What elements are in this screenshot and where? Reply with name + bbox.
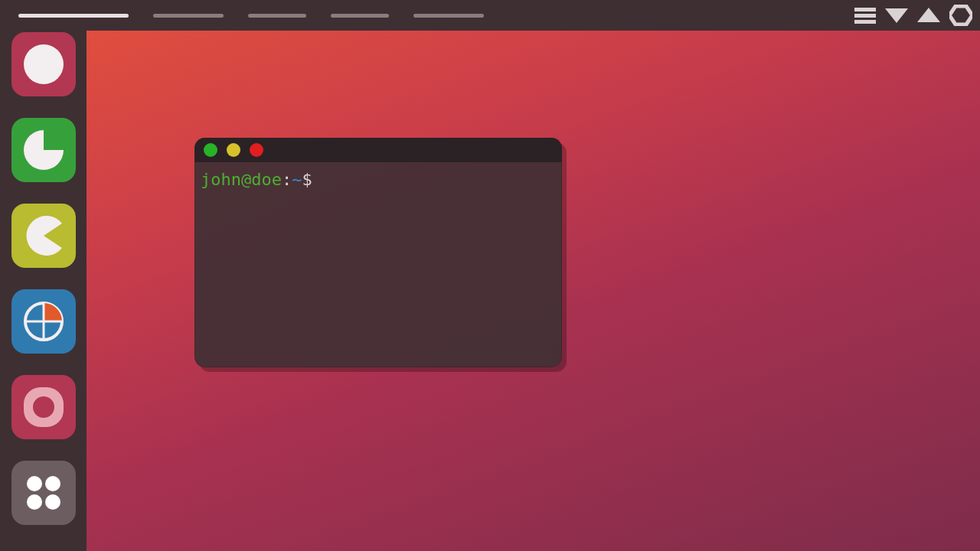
- svg-marker-5: [949, 6, 972, 24]
- triangle-down-icon[interactable]: [885, 6, 908, 24]
- prompt-sep: :: [282, 170, 292, 189]
- svg-point-15: [45, 494, 60, 510]
- prompt-user: john@doe: [201, 170, 282, 189]
- prompt-path: ~: [292, 170, 302, 189]
- menu-item[interactable]: [18, 14, 129, 18]
- menu-item[interactable]: [153, 14, 224, 18]
- svg-rect-2: [854, 20, 876, 24]
- dock-app-grid[interactable]: [11, 461, 76, 525]
- terminal-window[interactable]: john@doe:~$: [194, 138, 562, 367]
- dock-app-5[interactable]: [11, 375, 76, 439]
- triangle-up-icon[interactable]: [917, 6, 940, 24]
- menu-item[interactable]: [248, 14, 306, 18]
- svg-point-12: [27, 476, 42, 491]
- menu-item[interactable]: [413, 14, 484, 18]
- terminal-body[interactable]: john@doe:~$: [194, 162, 562, 197]
- svg-rect-0: [854, 8, 876, 11]
- menu-item[interactable]: [331, 14, 389, 18]
- record-icon: [19, 383, 68, 432]
- terminal-titlebar[interactable]: [194, 138, 562, 162]
- traffic-light-max-icon[interactable]: [250, 143, 263, 157]
- launcher-dock: [0, 31, 87, 551]
- svg-point-11: [33, 396, 54, 418]
- dock-app-4[interactable]: [11, 289, 76, 354]
- prompt-symbol: $: [302, 170, 312, 189]
- svg-point-6: [24, 44, 64, 84]
- status-area: [854, 0, 972, 31]
- ring-quarter-icon: [21, 298, 67, 344]
- traffic-light-close-icon[interactable]: [204, 143, 217, 157]
- menu-items: [18, 14, 484, 18]
- hexagon-icon[interactable]: [949, 5, 972, 26]
- svg-point-14: [27, 494, 42, 510]
- pie-icon: [22, 129, 65, 171]
- traffic-light-min-icon[interactable]: [227, 143, 240, 157]
- top-menu-bar: [0, 0, 980, 31]
- svg-marker-3: [885, 8, 908, 23]
- svg-point-13: [45, 476, 60, 491]
- dock-app-3[interactable]: [11, 204, 76, 268]
- dock-app-2[interactable]: [11, 118, 76, 182]
- svg-marker-4: [917, 8, 940, 22]
- svg-rect-1: [854, 14, 876, 18]
- pacman-icon: [22, 214, 65, 257]
- menu-icon[interactable]: [854, 6, 876, 24]
- circle-icon: [22, 43, 65, 86]
- app-grid-icon: [21, 470, 67, 516]
- desktop-root: john@doe:~$: [0, 0, 980, 551]
- dock-app-1[interactable]: [11, 32, 76, 96]
